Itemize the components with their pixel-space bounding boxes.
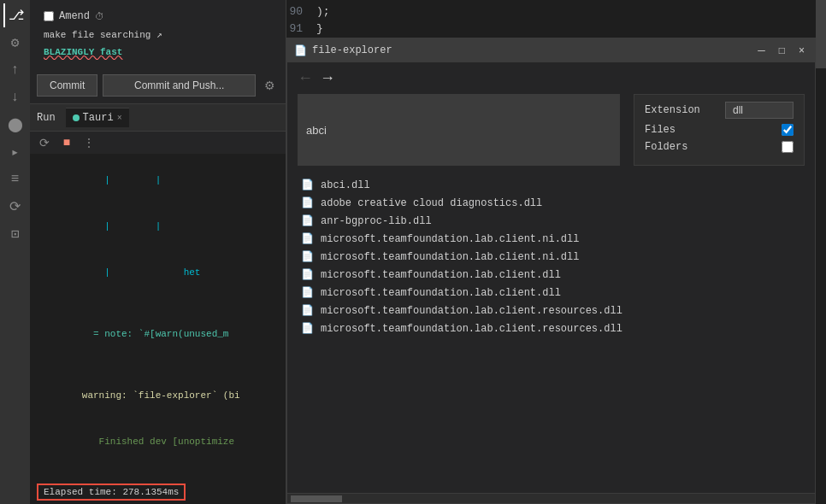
- list-item[interactable]: 📄 microsoft.teamfoundation.lab.client.dl…: [287, 284, 815, 302]
- blazingly-text: BLAZINGLY fast: [44, 47, 122, 57]
- tool-icon[interactable]: ⚙: [3, 31, 27, 55]
- source-control-icon[interactable]: ⎇: [3, 3, 27, 27]
- file-name: abci.dll: [321, 179, 370, 191]
- run-line: | het: [37, 249, 279, 296]
- window-controls: ─ □ ×: [754, 44, 808, 56]
- run-line: [37, 296, 279, 311]
- file-explorer-title-text: file-explorer: [312, 44, 392, 56]
- amend-row: Amend ⏱: [37, 7, 279, 26]
- list-icon[interactable]: ≡: [3, 167, 27, 191]
- list-item[interactable]: 📄 microsoft.teamfoundation.lab.client.re…: [287, 319, 815, 337]
- run-panel: Run Tauri × ⟳ ■ ⋮ | | | | |: [30, 103, 286, 504]
- folders-filter-checkbox[interactable]: [782, 141, 794, 153]
- history-icon: ⏱: [95, 11, 104, 22]
- search-input[interactable]: [298, 94, 620, 166]
- run-line: | |: [37, 203, 279, 249]
- extension-filter-row: Extension: [645, 102, 794, 119]
- line-number-91: 91: [286, 21, 316, 38]
- file-icon: 📄: [301, 214, 314, 227]
- activity-bar: ⎇ ⚙ ↑ ↓ ⬤ ▸ ≡ ⟳ ⊡: [0, 0, 30, 504]
- fe-file-list: 📄 abci.dll 📄 adobe creative cloud diagno…: [287, 173, 815, 493]
- main-scrollbar-thumb[interactable]: [816, 0, 826, 68]
- run-line: | |: [37, 157, 279, 203]
- arrow-up-icon[interactable]: ↑: [3, 58, 27, 82]
- file-icon: 📄: [301, 179, 314, 191]
- horizontal-scrollbar[interactable]: [287, 493, 815, 503]
- left-panel: Amend ⏱ make file searching ↗ BLAZINGLY …: [30, 0, 286, 504]
- trash-icon[interactable]: ⊡: [3, 222, 27, 246]
- close-tab-icon[interactable]: ×: [117, 114, 122, 123]
- code-line-90: 90 );: [286, 3, 826, 21]
- list-item[interactable]: 📄 microsoft.teamfoundation.lab.client.dl…: [287, 266, 815, 284]
- tauri-tab[interactable]: Tauri ×: [66, 108, 129, 127]
- fe-search-area: Extension Files Folders: [287, 94, 815, 173]
- fe-navigation: ← →: [287, 62, 815, 94]
- file-name: microsoft.teamfoundation.lab.client.dll: [321, 269, 561, 281]
- maximize-button[interactable]: □: [776, 44, 788, 56]
- file-name: microsoft.teamfoundation.lab.client.ni.d…: [321, 233, 579, 245]
- amend-checkbox[interactable]: [44, 11, 54, 21]
- file-icon: 📄: [301, 232, 314, 245]
- tauri-tab-label: Tauri: [83, 112, 114, 124]
- files-filter-checkbox[interactable]: [782, 124, 794, 136]
- list-item[interactable]: 📄 microsoft.teamfoundation.lab.client.ni…: [287, 248, 815, 266]
- list-item[interactable]: 📄 adobe creative cloud diagnostics.dll: [287, 194, 815, 212]
- file-name: adobe creative cloud diagnostics.dll: [321, 197, 542, 209]
- run-toolbar: ⟳ ■ ⋮: [30, 132, 286, 154]
- play-circle-icon[interactable]: ⬤: [3, 113, 27, 137]
- run-label: Run: [37, 108, 56, 127]
- list-item[interactable]: 📄 abci.dll: [287, 176, 815, 194]
- elapsed-time-box: Elapsed time: 278.1354ms: [37, 483, 186, 501]
- list-item[interactable]: 📄 microsoft.teamfoundation.lab.client.re…: [287, 302, 815, 319]
- commit-desc-line1: make file searching ↗: [37, 26, 279, 44]
- list-item[interactable]: 📄 anr-bgproc-lib.dll: [287, 212, 815, 230]
- run-line: Finished dev [unoptimize: [37, 419, 279, 465]
- run-line: warning: `file-explorer` (bi: [37, 372, 279, 419]
- commit-desc-line2: BLAZINGLY fast: [37, 44, 279, 61]
- run-line: [37, 357, 279, 372]
- commit-settings-gear-icon[interactable]: ⚙: [261, 77, 279, 94]
- commit-area: Amend ⏱ make file searching ↗ BLAZINGLY …: [30, 0, 286, 67]
- file-explorer-panel: 📄 file-explorer ─ □ × ← → Extension: [286, 38, 816, 504]
- main-scrollbar[interactable]: [816, 0, 826, 504]
- commit-buttons-row: Commit Commit and Push... ⚙: [30, 67, 286, 103]
- horizontal-scrollbar-thumb[interactable]: [291, 495, 342, 502]
- run-line: = note: `#[warn(unused_m: [37, 311, 279, 357]
- stop-run-icon[interactable]: ■: [59, 135, 74, 150]
- tauri-dot: [73, 114, 80, 121]
- more-options-icon[interactable]: ⋮: [81, 135, 97, 150]
- commit-button[interactable]: Commit: [37, 74, 97, 97]
- run-icon[interactable]: ▸: [3, 140, 27, 164]
- main-area: 90 ); 91 } 📄 file-explorer ─ □ × ← →: [286, 0, 826, 504]
- refresh-run-icon[interactable]: ⟳: [37, 135, 52, 150]
- fe-filters: Extension Files Folders: [634, 94, 805, 166]
- file-name: microsoft.teamfoundation.lab.client.dll: [321, 287, 561, 299]
- forward-nav-button[interactable]: →: [320, 69, 335, 87]
- file-explorer-titlebar: 📄 file-explorer ─ □ ×: [287, 38, 815, 62]
- list-item[interactable]: 📄 microsoft.teamfoundation.lab.client.ni…: [287, 230, 815, 248]
- line-number-90: 90: [286, 3, 316, 21]
- commit-and-push-button[interactable]: Commit and Push...: [103, 74, 256, 97]
- file-icon: 📄: [301, 286, 314, 299]
- file-icon: 📄: [301, 196, 314, 209]
- run-tab-bar: Run Tauri ×: [30, 104, 286, 132]
- extension-filter-label: Extension: [645, 104, 700, 116]
- file-icon: 📄: [301, 268, 314, 281]
- file-icon-title: 📄: [294, 44, 307, 57]
- code-content-90: );: [316, 3, 330, 21]
- run-content: | | | | | het = note: `#[warn(unused_m w…: [30, 154, 286, 504]
- arrow-down-icon[interactable]: ↓: [3, 85, 27, 109]
- folders-filter-row: Folders: [645, 141, 794, 153]
- file-name: microsoft.teamfoundation.lab.client.ni.d…: [321, 251, 579, 263]
- minimize-button[interactable]: ─: [754, 44, 769, 56]
- file-explorer-title: 📄 file-explorer: [294, 44, 392, 57]
- code-content-91: }: [316, 21, 323, 38]
- refresh-icon[interactable]: ⟳: [3, 195, 27, 219]
- close-button[interactable]: ×: [795, 44, 808, 56]
- code-line-91: 91 }: [286, 21, 826, 38]
- back-nav-button[interactable]: ←: [298, 69, 313, 87]
- extension-filter-input[interactable]: [725, 102, 794, 119]
- files-filter-row: Files: [645, 124, 794, 136]
- files-filter-label: Files: [645, 124, 676, 136]
- file-icon: 📄: [301, 322, 314, 335]
